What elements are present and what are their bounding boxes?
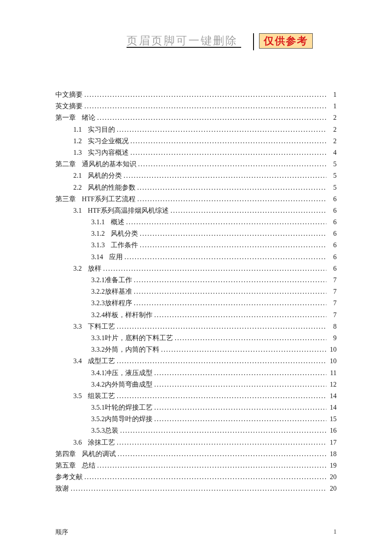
toc-leader — [132, 274, 328, 286]
toc-label: 英文摘要 — [55, 100, 83, 112]
toc-page: 17 — [328, 436, 337, 448]
toc-leader — [138, 239, 328, 251]
toc-page: 1 — [328, 100, 337, 112]
toc-number: 3.14 — [91, 251, 103, 263]
toc-entry: 3.2放样6 — [55, 263, 337, 274]
toc-label: 风机分类 — [105, 228, 138, 239]
toc-leader — [153, 379, 328, 390]
toc-number: 3.1.2 — [91, 228, 105, 239]
toc-entry: 3.2.3放样程序7 — [55, 297, 337, 309]
toc-number: 3.5 — [73, 390, 82, 402]
toc-page: 10 — [328, 344, 337, 355]
toc-entry: 1.1实习目的2 — [55, 124, 337, 135]
toc-number: 第一章 — [55, 112, 76, 123]
toc-leader — [83, 100, 328, 112]
toc-label: 通风机的基本知识 — [76, 158, 136, 170]
toc-page: 8 — [328, 321, 337, 332]
toc-leader — [135, 193, 328, 205]
toc-leader — [132, 297, 328, 309]
toc-page: 6 — [328, 216, 337, 228]
toc-label: 总结 — [76, 460, 95, 471]
toc-leader — [118, 425, 328, 436]
toc-leader — [95, 460, 328, 471]
toc-entry: 3.3下料工艺8 — [55, 321, 337, 332]
toc-page: 2 — [328, 124, 337, 135]
toc-page: 20 — [328, 471, 337, 483]
toc-number: 3.1.3 — [91, 239, 105, 251]
toc-number: 3.2.4样板，样杆制作 — [91, 309, 153, 321]
toc-number: 第三章 — [55, 193, 76, 205]
toc-leader — [153, 309, 328, 321]
toc-entry: 3.2.4样板，样杆制作7 — [55, 309, 337, 321]
toc-number: 3.4.1冲压，液压成型 — [91, 367, 153, 379]
toc-entry: 3.1.2风机分类6 — [55, 228, 337, 239]
toc-label: 风机的分类 — [82, 170, 122, 181]
toc-page: 2 — [328, 112, 337, 123]
reference-badge: 仅供参考 — [259, 33, 313, 49]
toc-page: 20 — [328, 483, 337, 494]
header-title: 页眉页脚可一键删除 — [127, 33, 241, 48]
toc-entry: 3.1HTF系列高温排烟风机综述6 — [55, 205, 337, 216]
toc-entry: 2.1风机的分类5 — [55, 170, 337, 181]
toc-page: 6 — [328, 239, 337, 251]
footer-left: 顺序 — [55, 528, 68, 536]
toc-entry: 3.14应用6 — [55, 251, 337, 263]
toc-page: 16 — [328, 425, 337, 436]
toc-page: 19 — [328, 460, 337, 471]
toc-label: 绪论 — [76, 112, 95, 123]
toc-leader — [115, 436, 328, 448]
toc-entry: 第三章HTF系列工艺流程6 — [55, 193, 337, 205]
toc-label: 实习內容概述 — [82, 147, 129, 158]
toc-leader — [129, 135, 328, 147]
toc-label: 涂抹工艺 — [82, 436, 115, 448]
toc-leader — [173, 332, 328, 344]
toc-page: 6 — [328, 193, 337, 205]
toc-leader — [123, 251, 328, 263]
toc-leader — [132, 286, 328, 297]
toc-number: 3.3 — [73, 321, 82, 332]
toc-page: 9 — [328, 332, 337, 344]
toc-number: 2.2 — [73, 182, 82, 193]
toc-number: 3.5.1叶轮的焊接工艺 — [91, 402, 153, 413]
page-header: 页眉页脚可一键删除 仅供参考 — [102, 33, 337, 50]
toc-label: 下料工艺 — [82, 321, 115, 332]
toc-number: 第五章 — [55, 460, 76, 471]
toc-page: 6 — [328, 228, 337, 239]
toc-entry: 英文摘要1 — [55, 100, 337, 112]
toc-page: 7 — [328, 297, 337, 309]
toc-leader — [115, 321, 328, 332]
toc-page: 15 — [328, 413, 337, 425]
toc-number: 3.5.2内筒导叶的焊接 — [91, 413, 153, 425]
toc-leader — [135, 182, 328, 193]
toc-entry: 3.5.1叶轮的焊接工艺14 — [55, 402, 337, 413]
toc-entry: 3.5组装工艺14 — [55, 390, 337, 402]
toc-label: 工作条件 — [105, 239, 138, 251]
toc-number: 第四章 — [55, 448, 76, 460]
toc-entry: 3.1.1概述6 — [55, 216, 337, 228]
toc-page: 5 — [328, 158, 337, 170]
toc-page: 18 — [328, 448, 337, 460]
toc-leader — [83, 89, 328, 100]
toc-label: 成型工艺 — [82, 355, 115, 367]
toc-label: 应用 — [103, 251, 123, 263]
toc-leader — [116, 448, 328, 460]
toc-page: 6 — [328, 251, 337, 263]
toc-number: 2.1 — [73, 170, 82, 181]
toc-page: 7 — [328, 274, 337, 286]
toc-number: 3.3.2外筒，内筒的下料 — [91, 344, 159, 355]
toc-label: HTF系列高温排烟风机综述 — [82, 205, 169, 216]
toc-number: 3.2.2放样基准 — [91, 286, 132, 297]
toc-number: 1.2 — [73, 135, 82, 147]
toc-page: 4 — [328, 147, 337, 158]
toc-number: 3.2.3放样程序 — [91, 297, 132, 309]
toc-page: 6 — [328, 263, 337, 274]
toc-entry: 3.2.2放样基准7 — [55, 286, 337, 297]
toc-entry: 3.5.2内筒导叶的焊接15 — [55, 413, 337, 425]
toc-page: 10 — [328, 355, 337, 367]
toc-label: 放样 — [82, 263, 101, 274]
toc-label: 致谢 — [55, 483, 69, 494]
table-of-contents: 中文摘要1英文摘要1第一章绪论21.1实习目的21.2实习企业概况21.3实习內… — [55, 89, 337, 494]
toc-entry: 2.2风机的性能参数5 — [55, 182, 337, 193]
toc-leader — [69, 483, 328, 494]
toc-label: 参考文献 — [55, 471, 83, 483]
